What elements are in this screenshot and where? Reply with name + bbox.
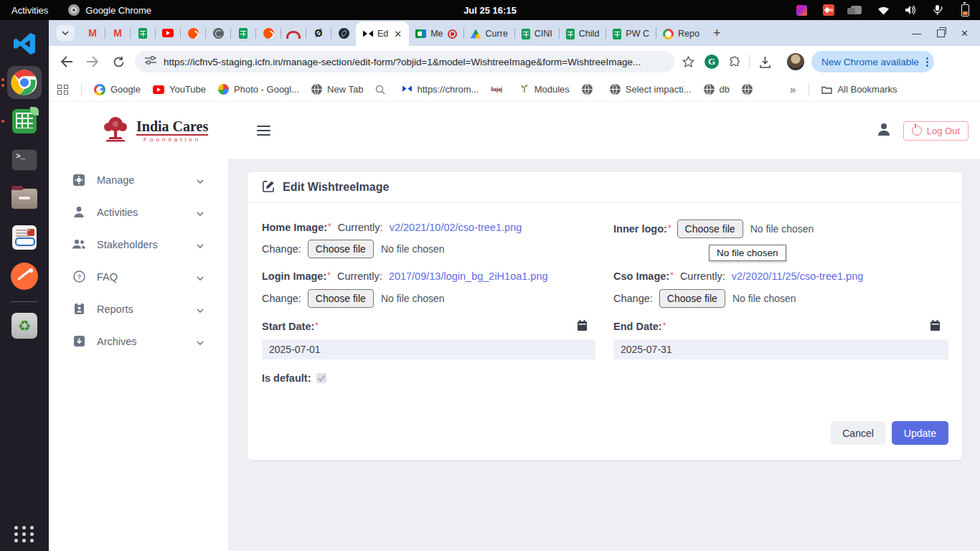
pinned-tab-sphere[interactable] bbox=[331, 24, 356, 42]
sidebar-item-reports[interactable]: Reports bbox=[49, 293, 228, 325]
cso-image-current-link[interactable]: v2/2020/11/25/cso-tree1.png bbox=[732, 270, 864, 282]
pinned-tab-orange-2[interactable] bbox=[256, 24, 281, 42]
sidebar-item-activities[interactable]: Activities bbox=[49, 196, 228, 228]
forward-button[interactable] bbox=[83, 52, 102, 71]
is-default-checkbox[interactable] bbox=[316, 373, 326, 383]
tab-cini[interactable]: CINI bbox=[515, 22, 559, 46]
profile-avatar[interactable] bbox=[787, 53, 804, 70]
logout-button[interactable]: Log Out bbox=[903, 121, 969, 141]
tab-drive[interactable]: Curre bbox=[464, 22, 514, 46]
home-image-current-link[interactable]: v2/2021/10/02/cso-tree1.png bbox=[390, 222, 522, 233]
login-image-current-link[interactable]: 2017/09/13/login_bg_2iH1oa1.png bbox=[389, 270, 548, 282]
sidebar-item-manage[interactable]: Manage bbox=[49, 164, 228, 196]
tab-meet[interactable]: Me bbox=[409, 22, 463, 46]
window-close-button[interactable]: ✕ bbox=[961, 28, 969, 39]
brand-logo[interactable]: India Cares Foundation bbox=[100, 116, 208, 146]
dock-terminal[interactable]: >_ bbox=[7, 143, 42, 176]
reload-button[interactable] bbox=[109, 52, 128, 71]
sidebar-toggle-hamburger-icon[interactable] bbox=[253, 121, 275, 141]
window-minimize-button[interactable]: — bbox=[912, 28, 921, 39]
update-button[interactable]: Update bbox=[892, 421, 948, 445]
apps-grid-icon[interactable] bbox=[57, 85, 69, 95]
browser-toolbar: https://icfnv5-staging.icfn.in/manage-se… bbox=[49, 46, 980, 77]
dock-postman[interactable] bbox=[7, 260, 42, 293]
login-image-choose-file-button[interactable]: Choose file bbox=[308, 289, 374, 308]
clock[interactable]: Jul 25 16:15 bbox=[463, 5, 517, 16]
chrome-update-button[interactable]: New Chrome available bbox=[811, 51, 934, 72]
battery-icon[interactable] bbox=[958, 4, 971, 17]
bookmark-chrom[interactable]: https://chrom... bbox=[402, 84, 479, 95]
dock-trash[interactable] bbox=[7, 309, 42, 342]
pinned-tab-arc[interactable] bbox=[281, 24, 306, 42]
activities-button[interactable]: Activities bbox=[11, 5, 48, 16]
pinned-tab-gmail-1[interactable]: M bbox=[80, 24, 105, 42]
pinned-tab-gmail-2[interactable]: M bbox=[105, 24, 130, 42]
bookmark-globe-1[interactable] bbox=[582, 84, 598, 95]
downloads-icon[interactable] bbox=[755, 52, 774, 71]
sidebar-item-archives[interactable]: Archives bbox=[49, 325, 228, 357]
pinned-tab-sheets-2[interactable] bbox=[231, 24, 255, 42]
dock-files[interactable] bbox=[7, 182, 42, 215]
dock-document-viewer[interactable] bbox=[7, 221, 42, 254]
sidebar-item-stakeholders[interactable]: Stakeholders bbox=[49, 228, 228, 260]
bookmark-globe-2[interactable] bbox=[742, 84, 758, 95]
bookmark-photos[interactable]: Photo - Googl... bbox=[218, 84, 299, 95]
bookmarks-overflow-chevron[interactable]: » bbox=[790, 83, 796, 95]
tab-search-button[interactable] bbox=[56, 25, 75, 41]
cancel-button[interactable]: Cancel bbox=[831, 421, 885, 445]
volume-icon[interactable] bbox=[904, 4, 917, 17]
all-bookmarks-button[interactable]: All Bookmarks bbox=[821, 84, 897, 95]
end-date-input[interactable] bbox=[613, 339, 948, 359]
bookmark-select-impact[interactable]: Select impacti... bbox=[610, 84, 692, 95]
extensions-icon[interactable] bbox=[725, 52, 743, 71]
end-date-label-row: End Date:* bbox=[613, 320, 948, 333]
sidebar-item-faq[interactable]: ? FAQ bbox=[49, 260, 228, 293]
tab-pw[interactable]: PW C bbox=[606, 22, 656, 46]
address-bar[interactable]: https://icfnv5-staging.icfn.in/manage-se… bbox=[135, 51, 674, 72]
tab-child[interactable]: Child bbox=[560, 22, 606, 46]
pinned-tab-sheets-1[interactable] bbox=[131, 24, 155, 42]
pinned-tab-slashed-o[interactable]: Ø bbox=[306, 24, 331, 42]
grammarly-extension-icon[interactable]: G bbox=[705, 55, 719, 69]
dock-chrome[interactable] bbox=[7, 66, 42, 99]
bookmark-modules[interactable]: Modules bbox=[519, 83, 570, 95]
start-date-input[interactable] bbox=[262, 339, 595, 359]
focused-app-name: Google Chrome bbox=[85, 5, 151, 16]
window-restore-button[interactable] bbox=[937, 29, 945, 37]
chat-tray-icon[interactable] bbox=[849, 4, 862, 17]
site-settings-icon[interactable] bbox=[145, 55, 156, 68]
tab-active-edit[interactable]: Ed ✕ bbox=[356, 22, 409, 46]
bookmark-db[interactable]: db bbox=[704, 84, 730, 95]
globe-favicon bbox=[582, 84, 593, 95]
bookmark-youtube[interactable]: YouTube bbox=[153, 84, 206, 95]
pinned-tab-globe[interactable] bbox=[206, 24, 230, 42]
inner-logo-choose-file-button[interactable]: Choose file bbox=[677, 220, 743, 238]
dock-libreoffice-calc[interactable] bbox=[7, 105, 42, 138]
bookmark-search[interactable] bbox=[375, 85, 390, 95]
main-content: Edit WishtreeImage Home Image:* Currentl… bbox=[228, 159, 980, 551]
tab-repo[interactable]: Repo bbox=[656, 22, 706, 46]
calendar-icon[interactable] bbox=[578, 320, 587, 333]
bookmark-star-icon[interactable] bbox=[679, 52, 697, 71]
show-applications-button[interactable] bbox=[14, 526, 35, 542]
calendar-icon[interactable] bbox=[930, 320, 940, 333]
bookmark-google[interactable]: Google bbox=[94, 84, 141, 95]
sidebar-nav: Manage Activities Stakeholders ? bbox=[49, 159, 228, 551]
bookmark-bajaj[interactable]: bajaj bbox=[491, 86, 507, 93]
back-button[interactable] bbox=[57, 52, 76, 71]
bookmark-new-tab[interactable]: New Tab bbox=[311, 84, 363, 95]
pinned-tab-youtube[interactable] bbox=[156, 24, 180, 42]
dock-vscode[interactable] bbox=[7, 27, 42, 60]
tab-close-icon[interactable]: ✕ bbox=[394, 29, 402, 39]
browser-menu-icon[interactable] bbox=[926, 57, 928, 67]
microphone-icon[interactable] bbox=[931, 4, 944, 17]
user-profile-icon[interactable] bbox=[876, 121, 892, 140]
cso-image-choose-file-button[interactable]: Choose file bbox=[659, 289, 725, 308]
pinned-tab-orange-1[interactable] bbox=[181, 24, 205, 42]
wifi-icon[interactable] bbox=[877, 4, 890, 17]
toolbox-tray-icon[interactable] bbox=[795, 4, 808, 17]
screenshare-tray-icon[interactable] bbox=[822, 4, 835, 17]
new-tab-button[interactable]: + bbox=[706, 26, 728, 41]
home-image-choose-file-button[interactable]: Choose file bbox=[308, 240, 374, 258]
focused-app-menu[interactable]: Google Chrome bbox=[68, 4, 151, 16]
